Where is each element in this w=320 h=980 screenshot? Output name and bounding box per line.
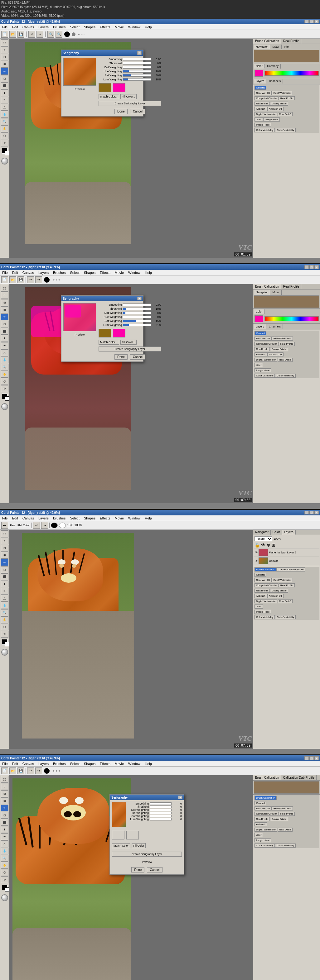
wet-oil-tab-1[interactable]: Real Wet Oil [254,91,272,95]
pen-tool-3[interactable]: ✒ [1,588,8,595]
menu-brushes-2[interactable]: Brushes [52,271,66,275]
color-selector-1[interactable] [2,148,8,154]
harmony-tab-1[interactable]: Harmony [266,64,281,68]
image-hose-tab-1[interactable]: Image Hose [254,123,271,127]
nav-tab-1[interactable]: Navigator [254,45,270,49]
close-btn-1[interactable]: × [314,20,319,23]
dialog-close-4[interactable]: × [178,795,182,799]
color-var2-tab-2[interactable]: Color Variability [275,374,295,378]
crop-tool-3[interactable]: ⊡ [1,545,8,552]
jitter-tab-2[interactable]: Jitter [254,363,263,367]
sat-track-2[interactable] [123,320,151,322]
fill-color-btn-4[interactable]: Fill Color [131,843,146,848]
menu-movie-3[interactable]: Movie [114,516,125,520]
menu-select-3[interactable]: Select [69,516,80,520]
eraser-tool-1[interactable]: ◻ [1,75,8,82]
transform-tool-3[interactable]: ⊞ [1,552,8,559]
transform-tool-4[interactable]: ⊞ [1,797,8,804]
real-profile-sub-1[interactable]: Real Profile [279,96,295,100]
eye-dropper-3[interactable]: 💧 [1,602,8,609]
text-tool-2[interactable]: T [1,335,8,342]
eye-dropper-4[interactable]: 💧 [1,848,8,854]
lasso-tool-2[interactable]: ⌂ [1,292,8,299]
undo-btn-2[interactable]: ↩ [27,277,34,283]
crop-tool-1[interactable]: ⊡ [1,54,8,60]
tab-nav-3[interactable]: Navigator [253,530,271,535]
menu-shapes-2[interactable]: Shapes [83,271,96,275]
layer-row-canvas-3[interactable]: 👁 Canvas [254,557,319,565]
crop-tool-4[interactable]: ⊡ [1,790,8,797]
hand-tool-3[interactable]: ✋ [1,616,8,623]
transform-tool-2[interactable]: ⊞ [1,306,8,313]
rotate-tool-3[interactable]: ↻ [1,631,8,638]
close-btn-3[interactable]: × [314,511,319,514]
layers-tab-1[interactable]: Layers [254,79,266,84]
digital-wc-tab-1[interactable]: Digital Watercolor [254,112,277,116]
smooth-track-1[interactable] [123,58,151,60]
rotate-tool-4[interactable]: ↻ [1,876,8,883]
smooth-track-4[interactable] [150,802,171,805]
comp-circ-tab-3[interactable]: Computed Circular [254,583,278,587]
composite-select-3[interactable]: Ignore Normal Multiply [254,536,272,541]
real-bristle-tab-3[interactable]: RealBristle [254,589,270,593]
color-var2-tab-1[interactable]: Color Variability [275,128,295,132]
close-btn-4[interactable]: × [314,756,319,760]
magnify-tool-4[interactable]: 🔍 [1,855,8,862]
real-dab2-tab-2[interactable]: Real Dab2 [278,358,293,362]
menu-help-2[interactable]: Help [144,271,153,275]
lum-track-4[interactable] [150,818,171,821]
shape-tool-2[interactable]: △ [1,349,8,356]
tab-layers-3[interactable]: Layers [282,530,296,535]
hand-tool-2[interactable]: ✋ [1,371,8,378]
active-color-swatch-2[interactable] [254,315,263,322]
cancel-btn-2[interactable]: Cancel [130,354,146,360]
menu-movie-2[interactable]: Movie [114,271,125,275]
tab-brush-cal-4[interactable]: Brush Calibration [253,775,281,780]
airbrush-tab-3[interactable]: Airbrush [254,594,267,598]
real-dab2-tab-3[interactable]: Real Dab2 [278,599,293,603]
real-bristle-tab-2[interactable]: RealBristle [254,347,270,351]
create-layer-btn-2[interactable]: Create Serigraphy Layer [99,347,161,352]
grainy-bristle-tab-1[interactable]: Grainy Bristle [270,102,288,106]
airbrush-oil-tab-1[interactable]: Airbrush Oil [267,107,283,111]
redo-btn-3[interactable]: ↪ [41,522,48,529]
wet-oil-tab-2[interactable]: Real Wet Oil [254,337,272,340]
tab-brush-cal-2[interactable]: Brush Calibration [253,284,281,289]
threshold-track-2[interactable] [123,307,151,310]
real-profile-sub-2[interactable]: Real Profile [279,342,295,346]
threshold-track-1[interactable] [123,62,151,65]
mixer-tab-1[interactable]: Mixer [271,45,282,49]
menu-layers-3[interactable]: Layers [37,516,50,520]
real-profile-sub-3[interactable]: Real Profile [279,583,295,587]
magnify-tool-1[interactable]: 🔍 [1,118,8,125]
brush-tool-4[interactable]: ✏ [1,805,8,811]
menu-window-1[interactable]: Window [127,25,141,29]
lock-all-icon-3[interactable]: 🔒 [254,542,260,547]
real-bristle-tab-1[interactable]: RealBristle [254,102,270,106]
open-btn-1[interactable]: 📂 [10,31,16,38]
fg-color-1[interactable] [2,148,8,154]
color-var2-tab-3[interactable]: Color Variability [275,615,295,619]
window-controls-3[interactable]: _ □ × [304,511,319,514]
menu-edit-4[interactable]: Edit [11,762,19,765]
bg-color-3[interactable] [5,642,9,646]
save-btn-2[interactable]: 💾 [18,277,24,283]
new-btn-4[interactable]: 📄 [1,767,8,774]
text-tool-1[interactable]: T [1,89,8,96]
menu-layers-1[interactable]: Layers [37,25,50,29]
menu-effects-3[interactable]: Effects [99,516,111,520]
brush-tool-3[interactable]: ✏ [1,559,8,566]
open-btn-2[interactable]: 📂 [10,277,16,283]
dialog-close-1[interactable]: × [137,51,142,55]
watercolor-tab-3[interactable]: Real Watercolor [272,578,293,582]
tab-brush-cal-1[interactable]: Brush Calibration [253,39,281,44]
window-controls-1[interactable]: _ □ × [304,20,319,23]
menu-window-2[interactable]: Window [127,271,141,275]
mirror-tool-4[interactable]: ⬡ [1,869,8,876]
shape-tool-3[interactable]: △ [1,595,8,602]
layer-row-spot-3[interactable]: 👁 Magenta Spot Layer 1 [254,549,319,557]
menu-help-1[interactable]: Help [144,25,153,29]
redo-btn-1[interactable]: ↪ [37,31,43,38]
hue-track-1[interactable] [123,70,151,73]
color-wheel-3[interactable] [1,649,8,655]
